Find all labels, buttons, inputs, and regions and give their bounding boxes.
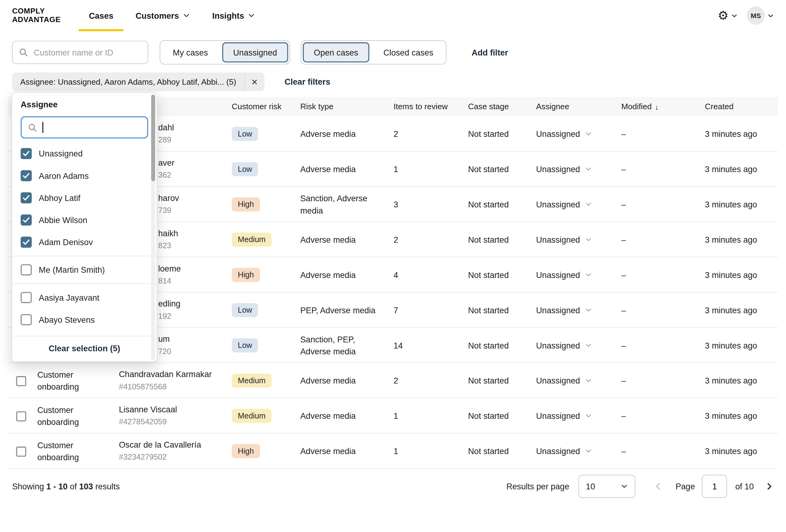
chevron-down-icon [621, 483, 628, 490]
assignee-option-checkbox[interactable] [21, 215, 32, 225]
avatar: MS [747, 6, 765, 25]
toggle-open-cases[interactable]: Open cases [303, 42, 369, 63]
items-cell: 2 [392, 234, 467, 245]
table-row[interactable]: Customer onboarding Lisanne Viscaal #427… [8, 398, 778, 434]
stage-cell: Not started [467, 445, 535, 457]
column-header-assignee[interactable]: Assignee [535, 102, 620, 112]
header-right: ⚙ MS [718, 6, 774, 25]
clear-filters-button[interactable]: Clear filters [285, 77, 330, 87]
scrollbar-thumb[interactable] [151, 95, 155, 181]
gear-icon: ⚙ [718, 9, 729, 22]
assignee-option-checkbox[interactable] [21, 192, 32, 203]
row-checkbox[interactable] [8, 410, 36, 421]
nav-cases[interactable]: Cases [89, 0, 113, 31]
risk-badge: Low [232, 303, 258, 317]
chip-label: Assignee: Unassigned, Aaron Adams, Abhoy… [12, 72, 244, 91]
row-checkbox[interactable] [8, 445, 36, 457]
assignee-dropdown[interactable]: Unassigned [535, 374, 620, 386]
customer-id: 739 [158, 204, 231, 216]
close-icon[interactable]: × [244, 72, 264, 91]
options-divider [12, 284, 157, 284]
assignee-option-checkbox[interactable] [21, 314, 32, 325]
toggle-closed-cases[interactable]: Closed cases [372, 42, 445, 63]
nav-label: Insights [212, 11, 244, 20]
settings-menu[interactable]: ⚙ [718, 9, 738, 22]
results-per-page-select[interactable]: 10 [578, 475, 635, 498]
table-row[interactable]: Customer onboarding Chandravadan Karmaka… [8, 363, 778, 398]
assignee-dropdown[interactable]: Unassigned [535, 304, 620, 316]
toggle-unassigned[interactable]: Unassigned [222, 42, 288, 63]
assignee-option[interactable]: Abayo Stevens [12, 309, 157, 331]
assignee-search-input[interactable] [21, 116, 148, 138]
risk-badge: Medium [232, 409, 272, 423]
nav-customers[interactable]: Customers [135, 0, 190, 31]
assignee-dropdown[interactable]: Unassigned [535, 445, 620, 457]
risk-type-cell: Sanction, Adverse media [299, 192, 393, 216]
filter-toolbar: My casesUnassigned Open casesClosed case… [0, 40, 786, 65]
assignee-dropdown[interactable]: Unassigned [535, 410, 620, 421]
assignee-option[interactable]: Aasiya Jayavant [12, 287, 157, 309]
customer-name: aver [158, 156, 231, 168]
assignee-option-checkbox[interactable] [21, 237, 32, 248]
assignee-option[interactable]: Me (Martin Smith) [12, 259, 157, 281]
page-number-input[interactable] [702, 475, 727, 498]
customer-cell: Oscar de la Cavallería #3234279502 [118, 438, 231, 463]
complyadvantage-logo[interactable]: COMPLY ADVANTAGE [12, 7, 61, 24]
modified-cell: – [620, 339, 704, 351]
assignee-option-checkbox[interactable] [21, 292, 32, 303]
assignee-option[interactable]: Adam Denisov [12, 231, 157, 253]
account-menu[interactable]: MS [747, 6, 774, 25]
modified-cell: – [620, 163, 704, 175]
modified-cell: – [620, 198, 704, 210]
next-page-button[interactable] [765, 482, 774, 491]
previous-page-button[interactable] [653, 482, 663, 491]
assignee-option-checkbox[interactable] [21, 170, 32, 181]
items-cell: 4 [392, 268, 467, 281]
created-cell: 3 minutes ago [704, 268, 778, 281]
chevron-down-icon [585, 377, 592, 384]
customer-id: 814 [158, 275, 231, 287]
toggle-my-cases[interactable]: My cases [162, 42, 219, 63]
nav-insights[interactable]: Insights [212, 0, 255, 31]
nav-label: Customers [135, 11, 179, 20]
table-row[interactable]: Customer onboarding Oscar de la Cavaller… [8, 434, 778, 469]
assignee-dropdown[interactable]: Unassigned [535, 268, 620, 281]
customer-name: loeme [158, 262, 231, 274]
assignee-option[interactable]: Abhoy Latif [12, 187, 157, 209]
assignee-option[interactable]: Unassigned [12, 142, 157, 165]
table-footer: Showing 1 - 10 of 103 results Results pe… [0, 475, 786, 498]
assignee-option-checkbox[interactable] [21, 148, 32, 159]
chevron-down-icon [585, 307, 592, 314]
column-header-risk-type[interactable]: Risk type [299, 102, 393, 112]
search-input[interactable] [12, 41, 148, 64]
column-header-items-to-review[interactable]: Items to review [392, 102, 467, 112]
add-filter-button[interactable]: Add filter [471, 48, 508, 57]
pagination-controls: Results per page 10 Page of 10 [506, 475, 774, 498]
clear-selection-button[interactable]: Clear selection (5) [12, 336, 157, 362]
column-header-customer-risk[interactable]: Customer risk [231, 102, 299, 112]
assignee-filter-chip[interactable]: Assignee: Unassigned, Aaron Adams, Abhoy… [12, 72, 264, 91]
assignee-option-checkbox[interactable] [21, 264, 32, 275]
items-cell: 1 [392, 410, 467, 421]
panel-scrollbar[interactable] [151, 94, 155, 360]
column-header-modified[interactable]: Modified↓ [620, 102, 704, 112]
risk-cell: Medium [231, 232, 299, 246]
column-header-case-stage[interactable]: Case stage [467, 102, 535, 112]
chevron-down-icon [585, 201, 592, 208]
assignee-search [21, 116, 148, 138]
assignee-dropdown[interactable]: Unassigned [535, 234, 620, 245]
chevron-down-icon [585, 412, 592, 419]
assignee-dropdown[interactable]: Unassigned [535, 128, 620, 140]
assignee-option[interactable]: Abbie Wilson [12, 209, 157, 231]
options-divider [12, 256, 157, 257]
check-icon [23, 173, 30, 179]
row-checkbox[interactable] [8, 374, 36, 386]
stage-cell: Not started [467, 128, 535, 140]
risk-badge: Low [232, 127, 258, 141]
assignee-dropdown[interactable]: Unassigned [535, 198, 620, 210]
chevron-down-icon [585, 165, 592, 172]
assignee-dropdown[interactable]: Unassigned [535, 163, 620, 175]
assignee-dropdown[interactable]: Unassigned [535, 339, 620, 351]
column-header-created[interactable]: Created [704, 102, 778, 112]
assignee-option[interactable]: Aaron Adams [12, 165, 157, 187]
